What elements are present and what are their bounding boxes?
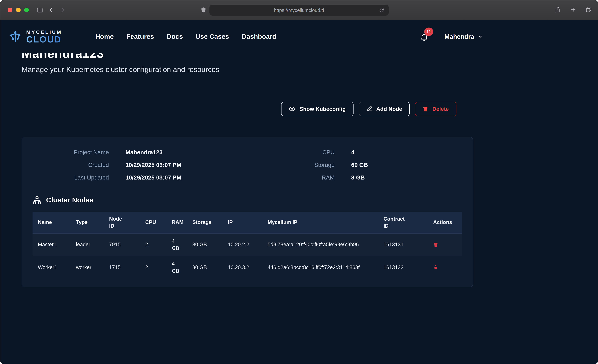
address-bar[interactable]: https://myceliumcloud.tf	[209, 5, 389, 16]
cluster-nodes-icon	[33, 196, 42, 205]
col-ram: RAM	[166, 212, 187, 233]
table-header-row: Name Type Node ID CPU RAM Storage IP Myc…	[33, 212, 462, 233]
minimize-window-button[interactable]	[16, 8, 21, 12]
col-cpu: CPU	[140, 212, 166, 233]
delete-cluster-button[interactable]: Delete	[415, 102, 457, 116]
trash-icon	[423, 106, 428, 112]
trash-icon	[433, 242, 438, 247]
nav-item-features[interactable]: Features	[126, 33, 154, 41]
notification-badge: 11	[424, 27, 433, 36]
page-subtitle: Manage your Kubernetes cluster configura…	[22, 65, 494, 74]
cell-contract-id: 1613131	[378, 233, 428, 256]
url-text: https://myceliumcloud.tf	[274, 8, 324, 13]
last-updated-value: 10/29/2025 03:07 PM	[125, 174, 272, 181]
nav-item-home[interactable]: Home	[95, 33, 114, 41]
nodes-table: Name Type Node ID CPU RAM Storage IP Myc…	[33, 212, 462, 278]
col-node-id: Node ID	[104, 212, 140, 233]
notifications-button[interactable]: 11	[420, 32, 429, 41]
eye-icon	[289, 106, 295, 112]
cell-cpu: 2	[140, 256, 166, 279]
cell-name: Master1	[33, 233, 71, 256]
detail-label: RAM	[288, 174, 335, 181]
chevron-down-icon	[477, 34, 483, 40]
cell-ip: 10.20.2.2	[223, 233, 262, 256]
cell-storage: 30 GB	[187, 233, 223, 256]
table-row: Master1 leader 7915 2 4 GB 30 GB 10.20.2…	[33, 233, 462, 256]
nav-right: 11 Mahendra	[420, 32, 483, 41]
cell-ram: 4 GB	[166, 233, 187, 256]
nav-links: Home Features Docs Use Cases Dashboard	[95, 33, 276, 41]
cell-mycelium-ip: 5d8:78ea:a120:f40c:ff0f:a5fe:99e6:8b96	[262, 233, 378, 256]
cell-storage: 30 GB	[187, 256, 223, 279]
forward-icon[interactable]	[57, 5, 68, 15]
privacy-shield-icon[interactable]	[198, 5, 209, 15]
cell-ip: 10.20.3.2	[223, 256, 262, 279]
sidebar-toggle-icon[interactable]	[34, 5, 45, 15]
cell-mycelium-ip: 446:d2a6:8bcd:8c16:ff0f:72e2:3114:863f	[262, 256, 378, 279]
user-menu[interactable]: Mahendra	[444, 33, 483, 40]
table-row: Worker1 worker 1715 2 4 GB 30 GB 10.20.3…	[33, 256, 462, 279]
back-icon[interactable]	[45, 5, 57, 15]
brand[interactable]: MYCELIUM CLOUD	[8, 29, 62, 44]
cluster-details-card: Project Name Mahendra123 CPU 4 Created 1…	[22, 137, 473, 287]
brand-logo-icon	[8, 30, 22, 44]
user-name: Mahendra	[444, 33, 474, 40]
add-node-button[interactable]: Add Node	[359, 102, 410, 116]
cell-actions	[428, 256, 462, 279]
delete-node-button[interactable]	[433, 242, 438, 247]
brand-name-bottom: CLOUD	[26, 35, 62, 44]
detail-label: Last Updated	[33, 174, 109, 181]
share-icon[interactable]	[555, 6, 561, 14]
brand-name-top: MYCELIUM	[26, 29, 62, 34]
cell-actions	[428, 233, 462, 256]
cell-contract-id: 1613132	[378, 256, 428, 279]
nav-item-docs[interactable]: Docs	[167, 33, 183, 41]
cell-node-id: 7915	[104, 233, 140, 256]
browser-window: https://myceliumcloud.tf	[0, 0, 598, 364]
col-actions: Actions	[428, 212, 462, 233]
new-tab-icon[interactable]	[570, 7, 576, 14]
cell-type: leader	[71, 233, 104, 256]
reload-icon[interactable]	[377, 6, 386, 15]
cell-type: worker	[71, 256, 104, 279]
close-window-button[interactable]	[8, 8, 12, 12]
col-ip: IP	[223, 212, 262, 233]
cluster-nodes-heading: Cluster Nodes	[33, 196, 462, 205]
cpu-value: 4	[351, 149, 462, 156]
traffic-lights	[8, 8, 29, 12]
col-storage: Storage	[187, 212, 223, 233]
cell-node-id: 1715	[104, 256, 140, 279]
col-type: Type	[71, 212, 104, 233]
ram-value: 8 GB	[351, 174, 462, 181]
show-kubeconfig-button[interactable]: Show Kubeconfig	[281, 102, 353, 116]
pencil-icon	[366, 106, 372, 112]
tab-overview-icon[interactable]	[585, 6, 592, 14]
brand-text: MYCELIUM CLOUD	[26, 29, 62, 44]
trash-icon	[433, 265, 438, 270]
zoom-window-button[interactable]	[24, 8, 29, 12]
browser-chrome: https://myceliumcloud.tf	[0, 0, 598, 20]
detail-label: Created	[33, 161, 109, 168]
nav-item-dashboard[interactable]: Dashboard	[242, 33, 276, 41]
delete-node-button[interactable]	[433, 265, 438, 270]
cell-cpu: 2	[140, 233, 166, 256]
webpage: MYCELIUM CLOUD Home Features Docs Use Ca…	[0, 20, 598, 364]
nav-item-use-cases[interactable]: Use Cases	[196, 33, 229, 41]
storage-value: 60 GB	[351, 161, 462, 168]
cell-ram: 4 GB	[166, 256, 187, 279]
created-value: 10/29/2025 03:07 PM	[125, 161, 272, 168]
scale-wrapper: https://myceliumcloud.tf	[0, 0, 598, 364]
col-mycelium-ip: Mycelium IP	[262, 212, 378, 233]
cluster-action-toolbar: Show Kubeconfig Add Node Delete	[22, 102, 473, 116]
detail-label: Project Name	[33, 149, 109, 156]
add-node-label: Add Node	[376, 106, 402, 112]
delete-label: Delete	[432, 106, 449, 112]
main-content: Mahendra123 Manage your Kubernetes clust…	[0, 53, 494, 288]
cell-name: Worker1	[33, 256, 71, 279]
show-kubeconfig-label: Show Kubeconfig	[299, 106, 346, 112]
project-name-value: Mahendra123	[125, 149, 272, 156]
cluster-nodes-title: Cluster Nodes	[46, 196, 93, 204]
site-navbar: MYCELIUM CLOUD Home Features Docs Use Ca…	[0, 20, 598, 53]
detail-label: Storage	[288, 161, 335, 168]
cluster-details: Project Name Mahendra123 CPU 4 Created 1…	[33, 147, 462, 181]
